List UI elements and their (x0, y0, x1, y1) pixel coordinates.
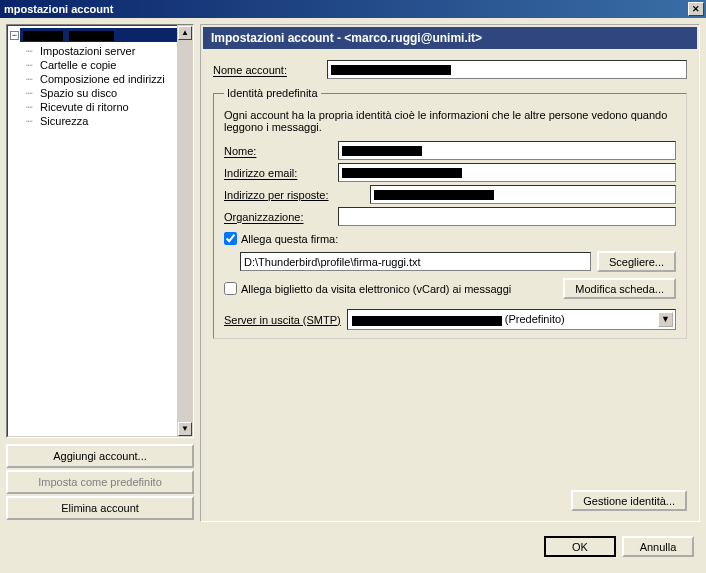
cancel-button[interactable]: Annulla (622, 536, 694, 557)
tree-scrollbar[interactable]: ▲ ▼ (177, 25, 193, 437)
choose-signature-button[interactable]: Scegliere... (597, 251, 676, 272)
smtp-label: Server in uscita (SMTP) (224, 314, 341, 326)
ok-button[interactable]: OK (544, 536, 616, 557)
account-name-input[interactable] (327, 60, 687, 79)
account-tree: − Impostazioni server Cartelle e copie C… (6, 24, 194, 438)
scroll-down-icon[interactable]: ▼ (178, 422, 192, 436)
replyto-input[interactable] (370, 185, 676, 204)
set-default-button: Imposta come predefinito (6, 470, 194, 494)
tree-item-security[interactable]: Sicurezza (26, 114, 190, 128)
tree-item-return-receipts[interactable]: Ricevute di ritorno (26, 100, 190, 114)
email-label: Indirizzo email: (224, 167, 332, 179)
tree-expander[interactable]: − (10, 31, 19, 40)
name-label: Nome: (224, 145, 332, 157)
content-header: Impostazioni account - <marco.ruggi@unim… (203, 27, 697, 49)
tree-root-account[interactable] (20, 28, 190, 42)
organization-input[interactable] (338, 207, 676, 226)
manage-identities-button[interactable]: Gestione identità... (571, 490, 687, 511)
attach-signature-checkbox[interactable] (224, 232, 237, 245)
window-title: mpostazioni account (4, 3, 113, 15)
account-name-label: Nome account: (213, 64, 321, 76)
attach-signature-label: Allega questa firma: (241, 233, 338, 245)
smtp-default-suffix: (Predefinito) (505, 313, 565, 325)
attach-vcard-checkbox[interactable] (224, 282, 237, 295)
tree-item-composition[interactable]: Composizione ed indirizzi (26, 72, 190, 86)
organization-label: Organizzazione: (224, 211, 332, 223)
close-icon[interactable]: ✕ (688, 2, 704, 16)
signature-path-input[interactable] (240, 252, 591, 271)
remove-account-button[interactable]: Elimina account (6, 496, 194, 520)
tree-item-server-settings[interactable]: Impostazioni server (26, 44, 190, 58)
default-identity-group: Identità predefinita Ogni account ha la … (213, 87, 687, 339)
identity-description: Ogni account ha la propria identità cioè… (224, 109, 676, 133)
tree-item-copies-folders[interactable]: Cartelle e copie (26, 58, 190, 72)
replyto-label: Indirizzo per risposte: (224, 189, 364, 201)
edit-vcard-button[interactable]: Modifica scheda... (563, 278, 676, 299)
name-input[interactable] (338, 141, 676, 160)
window-titlebar: mpostazioni account ✕ (0, 0, 706, 18)
attach-vcard-label: Allega biglietto da visita elettronico (… (241, 283, 511, 295)
scroll-up-icon[interactable]: ▲ (178, 26, 192, 40)
tree-item-disk-space[interactable]: Spazio su disco (26, 86, 190, 100)
add-account-button[interactable]: Aggiungi account... (6, 444, 194, 468)
smtp-select[interactable]: (Predefinito) ▼ (347, 309, 676, 330)
identity-legend: Identità predefinita (224, 87, 321, 99)
email-input[interactable] (338, 163, 676, 182)
chevron-down-icon[interactable]: ▼ (658, 312, 673, 327)
